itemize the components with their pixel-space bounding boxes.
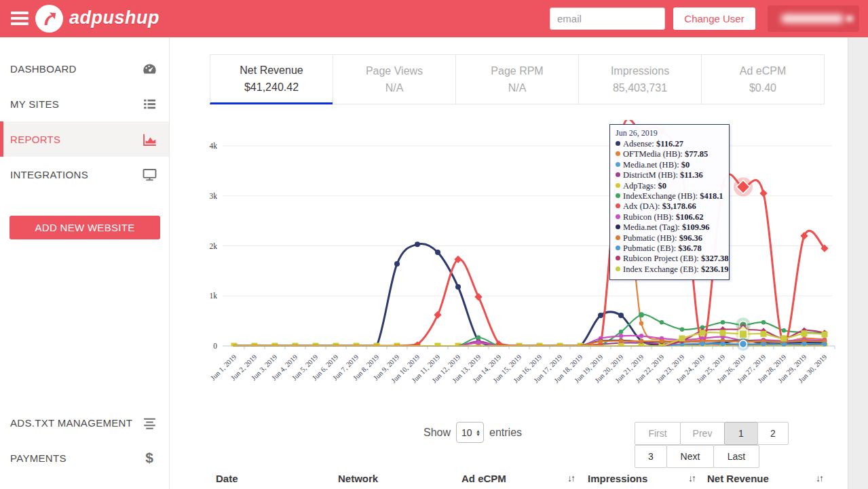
series-dot-icon: [616, 162, 620, 167]
column-header-date: Date: [216, 473, 318, 484]
sidebar: DASHBOARDMY SITESREPORTSINTEGRATIONS ADD…: [0, 37, 170, 489]
sidebar-item-dashboard[interactable]: DASHBOARD: [0, 51, 169, 86]
page-button-last[interactable]: Last: [713, 445, 759, 468]
show-label: Show: [423, 427, 451, 439]
tab-value: N/A: [385, 82, 404, 94]
entries-select[interactable]: 10 ▲▼: [456, 422, 484, 443]
column-label: Net Revenue: [707, 473, 769, 484]
hamburger-menu-icon[interactable]: [11, 12, 29, 25]
series-dot-icon: [616, 183, 620, 188]
series-dot-icon: [616, 141, 620, 146]
page-button-prev[interactable]: Prev: [680, 422, 725, 445]
series-dot-icon: [616, 256, 620, 260]
page-button-3[interactable]: 3: [635, 445, 667, 468]
sidebar-item-label: MY SITES: [10, 98, 59, 110]
area-chart-icon: [140, 130, 158, 148]
list-icon: [140, 95, 158, 113]
tooltip-row: Adx (DA): $3,178.66: [616, 201, 723, 212]
series-dot-icon: [616, 193, 620, 198]
svg-text:1k: 1k: [210, 292, 218, 300]
column-label: Date: [216, 473, 238, 484]
tab-page-rpm[interactable]: Page RPMN/A: [455, 54, 579, 104]
entries-label: entries: [489, 427, 522, 439]
tab-label: Ad eCPM: [740, 65, 786, 77]
select-spinner-icon: ▲▼: [476, 429, 480, 436]
pagination: FirstPrev12 3NextLast: [635, 422, 798, 468]
dollar-icon: $: [140, 449, 158, 467]
sort-icon[interactable]: ↓↑: [816, 473, 823, 484]
column-label: Impressions: [588, 473, 647, 484]
sort-icon[interactable]: ↓↑: [567, 473, 574, 484]
tab-label: Impressions: [611, 65, 669, 77]
tooltip-row: Pubmatic (HB): $96.36: [616, 233, 723, 243]
tooltip-row: IndexExchange (HB): $418.1: [616, 191, 723, 201]
column-header-impressions[interactable]: Impressions↓↑: [588, 473, 695, 484]
column-header-network: Network: [338, 473, 440, 484]
sidebar-bottom-nav: ADS.TXT MANAGEMENTPAYMENTS$: [0, 405, 169, 475]
column-label: Ad eCPM: [461, 473, 506, 484]
entries-select-value: 10: [461, 427, 472, 438]
sidebar-item-reports[interactable]: REPORTS: [0, 121, 169, 157]
app-header: adpushup Change User: [0, 0, 868, 37]
brand-wordmark: adpushup: [69, 7, 159, 28]
tab-impressions[interactable]: Impressions85,403,731: [578, 54, 702, 104]
scrollbar-track[interactable]: [848, 37, 868, 489]
series-dot-icon: [616, 224, 620, 229]
sidebar-item-label: ADS.TXT MANAGEMENT: [10, 417, 132, 429]
change-user-button[interactable]: Change User: [673, 7, 755, 30]
sidebar-item-my-sites[interactable]: MY SITES: [0, 86, 169, 121]
tooltip-date: Jun 26, 2019: [616, 128, 723, 138]
sidebar-item-ads-txt-management[interactable]: ADS.TXT MANAGEMENT: [0, 405, 169, 440]
monitor-icon: [140, 165, 158, 183]
page-button-2[interactable]: 2: [757, 422, 789, 445]
chart-svg: 01k2k3k4kJun 1, 2019Jun 2, 2019Jun 3, 20…: [197, 119, 847, 408]
sidebar-item-integrations[interactable]: INTEGRATIONS: [0, 157, 169, 192]
user-greeting-button-redacted[interactable]: [768, 5, 859, 32]
tooltip-row: Pubmatic (EB): $36.78: [616, 243, 723, 254]
series-dot-icon: [616, 214, 620, 219]
series-dot-icon: [616, 172, 620, 177]
tab-label: Net Revenue: [240, 64, 303, 77]
tab-value: $0.40: [749, 82, 776, 94]
tab-label: Page RPM: [491, 65, 543, 77]
tab-value: $41,240.42: [244, 81, 299, 94]
tab-page-views[interactable]: Page ViewsN/A: [333, 54, 456, 104]
series-dot-icon: [616, 246, 620, 250]
tab-ad-ecpm[interactable]: Ad eCPM$0.40: [701, 54, 825, 104]
adpushup-logo-icon: [35, 5, 63, 33]
series-dot-icon: [616, 235, 620, 240]
column-label: Network: [338, 473, 378, 484]
svg-text:4k: 4k: [210, 142, 218, 150]
show-entries-control: Show 10 ▲▼ entries: [423, 422, 522, 443]
tooltip-row: OFTMedia (HB): $77.85: [616, 149, 723, 159]
tab-net-revenue[interactable]: Net Revenue$41,240.42: [210, 54, 333, 104]
sidebar-item-label: INTEGRATIONS: [10, 169, 88, 180]
align-lines-icon: [140, 414, 158, 431]
pagination-row-1: FirstPrev12: [635, 422, 798, 445]
page-button-next[interactable]: Next: [666, 445, 714, 468]
column-header-ad-ecpm[interactable]: Ad eCPM↓↑: [461, 473, 574, 484]
stats-tab-bar: Net Revenue$41,240.42Page ViewsN/APage R…: [210, 54, 825, 104]
sidebar-item-payments[interactable]: PAYMENTS$: [0, 440, 169, 475]
sidebar-nav: DASHBOARDMY SITESREPORTSINTEGRATIONS: [0, 51, 169, 192]
tab-value: N/A: [508, 82, 527, 94]
sidebar-item-label: REPORTS: [10, 134, 60, 145]
svg-text:2k: 2k: [210, 242, 218, 250]
tooltip-row: Rubicon (HB): $106.62: [616, 212, 723, 222]
revenue-line-chart[interactable]: 01k2k3k4kJun 1, 2019Jun 2, 2019Jun 3, 20…: [197, 119, 847, 408]
sidebar-item-label: DASHBOARD: [10, 63, 77, 75]
add-new-website-button[interactable]: ADD NEW WEBSITE: [10, 216, 160, 239]
sort-icon[interactable]: ↓↑: [688, 473, 695, 484]
chart-tooltip: Jun 26, 2019 Adsense: $116.27OFTMedia (H…: [609, 124, 730, 280]
tooltip-row: Index Exchange (EB): $236.19: [616, 265, 723, 275]
tab-value: 85,403,731: [613, 82, 667, 94]
page-button-first[interactable]: First: [635, 422, 681, 445]
tooltip-row: Media.net (Tag): $109.96: [616, 222, 723, 233]
pagination-row-2: 3NextLast: [635, 445, 798, 468]
page-button-1[interactable]: 1: [724, 422, 758, 445]
email-input[interactable]: [550, 7, 665, 30]
column-header-net-revenue[interactable]: Net Revenue↓↑: [707, 473, 823, 484]
series-dot-icon: [616, 151, 620, 156]
gauge-icon: [140, 60, 158, 77]
svg-text:0: 0: [213, 342, 217, 350]
